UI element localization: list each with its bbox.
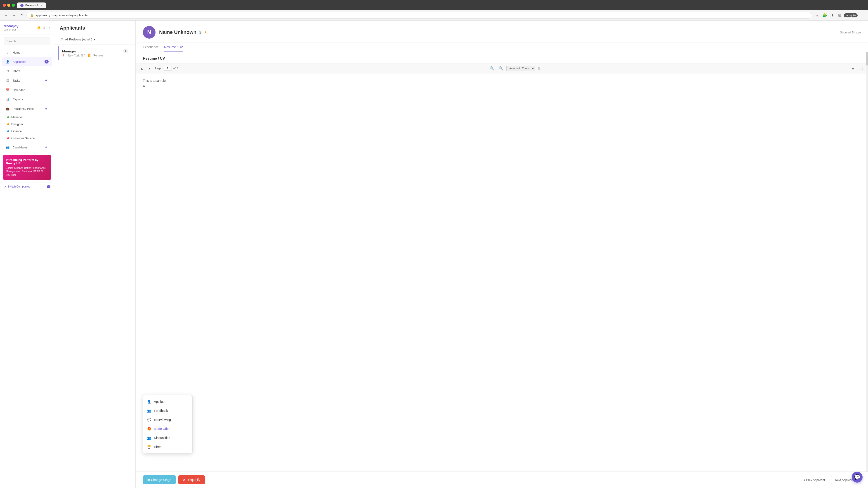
- positions-list-scroll[interactable]: Manager 4 📍 New York, NY 📶 Remote: [54, 44, 135, 488]
- sidebar-item-inbox[interactable]: ✉ Inbox: [2, 66, 52, 75]
- extensions-button[interactable]: 🧩: [821, 12, 829, 18]
- new-tab-button[interactable]: +: [47, 2, 53, 8]
- tab-experience[interactable]: Experience: [143, 42, 159, 52]
- position-label: Manager: [11, 116, 23, 119]
- bookmark-button[interactable]: ☆: [814, 12, 820, 18]
- position-remote: Remote: [93, 54, 103, 57]
- position-item-designer[interactable]: Designer: [0, 121, 54, 128]
- position-item-manager[interactable]: Manager: [0, 113, 54, 121]
- pdf-zoom-out-button[interactable]: 🔍: [488, 65, 495, 71]
- tab-favicon: [20, 4, 24, 7]
- stage-feedback[interactable]: 👥 Feedback: [143, 406, 192, 415]
- nav-back-button[interactable]: ←: [3, 12, 9, 18]
- active-tab[interactable]: Breezy HR ✕: [17, 2, 46, 8]
- candidates-icon: 👥: [5, 145, 10, 150]
- filter-label: All Positions (Admin): [65, 38, 92, 41]
- page-total: 1: [177, 67, 179, 70]
- address-bar[interactable]: 🔒 app.breezy.hr/app/c/moodjoy/applicants…: [26, 12, 812, 19]
- star-icon[interactable]: ★: [204, 31, 207, 34]
- sidebar-item-positions-pools[interactable]: 💼 Positions / Pools +: [2, 104, 52, 113]
- middle-panel: Applicants 📋 All Positions (Admin) ▾ Man…: [54, 21, 135, 488]
- tab-close-button[interactable]: ✕: [40, 4, 42, 7]
- settings-icon[interactable]: ⚙: [42, 26, 45, 29]
- tasks-icon: ☑: [5, 78, 10, 83]
- pdf-sample-text: This is a sample: [143, 79, 861, 83]
- scrollbar-thumb[interactable]: [866, 52, 868, 66]
- sidebar-item-candidates[interactable]: 👥 Candidates +: [2, 142, 52, 152]
- pdf-prev-page-button[interactable]: ▲: [139, 66, 144, 71]
- prev-applicant-button[interactable]: ∧ Prev Applicant: [800, 476, 829, 484]
- position-dot-manager: [7, 116, 9, 118]
- content-area[interactable]: Resume / CV ▲ ▼ Page: of 1 🔍 🔍 Automatic…: [135, 52, 868, 471]
- switch-companies-button[interactable]: ⇄ Switch Companies +: [0, 183, 54, 191]
- positions-filter-button[interactable]: 📋 All Positions (Admin) ▾: [58, 36, 132, 42]
- sidebar-header: Moodjoy Lauren Dell 🔔 ⚙ ‹: [0, 21, 54, 35]
- stage-label: Made Offer: [154, 427, 170, 431]
- sidebar-item-label: Candidates: [13, 146, 28, 149]
- stage-label: Feedback: [154, 409, 168, 413]
- tab-resume-cv[interactable]: Resume / CV: [164, 42, 183, 52]
- candidates-badge: +: [44, 145, 49, 150]
- sidebar-header-icons: 🔔 ⚙: [37, 26, 45, 29]
- stage-interviewing[interactable]: 💬 Interviewing: [143, 415, 192, 424]
- pdf-zoom-in-button[interactable]: 🔍: [497, 65, 504, 71]
- sidebar-item-label: Applicants: [13, 60, 26, 64]
- url-display: app.breezy.hr/app/c/moodjoy/applicants/: [36, 13, 88, 17]
- applicant-avatar: N: [143, 26, 156, 39]
- maximize-window-button[interactable]: [12, 4, 15, 7]
- reports-icon: 📊: [5, 97, 10, 101]
- sidebar-item-home[interactable]: ⌂ Home: [2, 48, 52, 57]
- stage-applied[interactable]: 👤 Applied: [143, 397, 192, 406]
- position-item-customer-service[interactable]: Customer Service: [0, 135, 54, 142]
- app-container: Moodjoy Lauren Dell 🔔 ⚙ ‹ Search... ⌂ Ho…: [0, 21, 868, 488]
- pdf-print-button[interactable]: 🖨: [850, 66, 856, 71]
- applicant-info: Name Unknown 📡 ★: [159, 29, 836, 35]
- sidebar-item-tasks[interactable]: ☑ Tasks +: [2, 76, 52, 85]
- stage-made-offer[interactable]: 🎁 Made Offer: [143, 424, 192, 433]
- incognito-badge: Incognito: [844, 13, 858, 18]
- prev-label: ∧ Prev Applicant: [803, 478, 825, 482]
- notification-icon[interactable]: 🔔: [37, 26, 41, 29]
- pdf-content: This is a sample A: [135, 73, 868, 164]
- applicant-icons: 📡 ★: [199, 31, 207, 34]
- pdf-next-page-button[interactable]: ▼: [147, 66, 152, 71]
- sidebar-item-applicants[interactable]: 👤 Applicants 4: [2, 57, 52, 66]
- filter-bar: 📋 All Positions (Admin) ▾: [54, 35, 135, 44]
- scrollbar[interactable]: [866, 52, 868, 471]
- stage-hired[interactable]: 🏆 Hired: [143, 442, 192, 451]
- rss-icon: 📡: [199, 31, 202, 34]
- nav-forward-button[interactable]: →: [11, 12, 17, 18]
- stage-label: Interviewing: [154, 418, 171, 422]
- window-controls: [3, 4, 15, 7]
- pdf-letter: A: [143, 84, 861, 88]
- download-button[interactable]: ⬇: [830, 12, 835, 18]
- location-icon: 📍: [62, 54, 65, 57]
- of-label: of: [173, 67, 176, 70]
- tabs-bar: Experience Resume / CV: [135, 42, 868, 52]
- sidebar-collapse-button[interactable]: ‹: [49, 25, 51, 30]
- position-count-badge: 4: [123, 49, 128, 53]
- disqualify-label: ✕ Disqualify: [183, 478, 200, 482]
- sidebar-item-calendar[interactable]: 📅 Calendar: [2, 86, 52, 94]
- search-input[interactable]: Search...: [4, 37, 51, 45]
- nav-refresh-button[interactable]: ↻: [19, 12, 25, 18]
- chat-bubble-button[interactable]: 💬: [852, 472, 863, 483]
- menu-button[interactable]: ⋮: [859, 12, 865, 18]
- pdf-zoom-select[interactable]: Automatic Zoom: [506, 66, 535, 71]
- minimize-window-button[interactable]: [7, 4, 10, 7]
- position-item-finance[interactable]: Finance: [0, 128, 54, 135]
- sidebar-item-reports[interactable]: 📊 Reports: [2, 95, 52, 104]
- close-window-button[interactable]: [3, 4, 6, 7]
- chat-icon: 💬: [854, 474, 860, 480]
- middle-panel-title: Applicants: [60, 25, 130, 31]
- position-card-manager[interactable]: Manager 4 📍 New York, NY 📶 Remote: [58, 46, 132, 60]
- pdf-fullscreen-button[interactable]: ⛶: [858, 66, 864, 71]
- position-label: Designer: [11, 123, 23, 126]
- disqualify-button[interactable]: ✕ Disqualify: [178, 475, 205, 484]
- promo-banner[interactable]: Introducing Perform by Breezy HR Easier,…: [3, 155, 51, 180]
- position-meta: 📍 New York, NY 📶 Remote: [62, 54, 128, 57]
- change-stage-button[interactable]: ⇄ Change Stage: [143, 475, 176, 484]
- stage-disqualified[interactable]: 👥 Disqualified: [143, 433, 192, 442]
- pdf-page-input[interactable]: [164, 66, 172, 71]
- split-view-button[interactable]: ⊟: [837, 12, 842, 18]
